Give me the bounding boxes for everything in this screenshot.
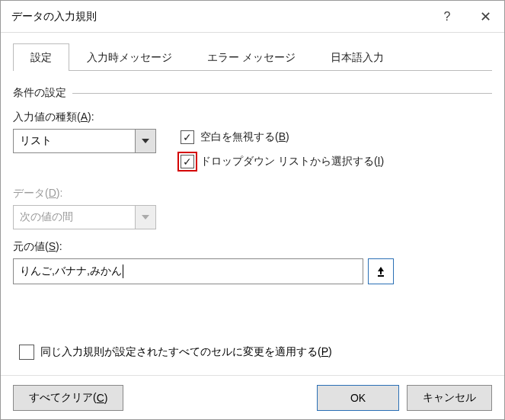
source-label: 元の値(S): [13, 240, 492, 254]
window-title: データの入力規則 [11, 10, 428, 24]
chevron-down-icon [142, 215, 149, 220]
close-button[interactable]: ✕ [466, 1, 504, 33]
dialog-footer: すべてクリア(C) OK キャンセル [1, 375, 504, 419]
cancel-button[interactable]: キャンセル [407, 385, 492, 411]
checkbox-icon: ✓ [181, 155, 194, 168]
tab-input-message[interactable]: 入力時メッセージ [69, 43, 190, 71]
tab-strip: 設定 入力時メッセージ エラー メッセージ 日本語入力 [13, 43, 492, 71]
title-bar: データの入力規則 ? ✕ [1, 1, 504, 33]
tab-error-alert[interactable]: エラー メッセージ [190, 43, 313, 71]
apply-all-label: 同じ入力規則が設定されたすべてのセルに変更を適用する(P) [40, 345, 332, 359]
help-button[interactable]: ? [428, 1, 466, 33]
allow-combo[interactable]: リスト [13, 129, 156, 153]
checkbox-icon [19, 345, 34, 360]
criteria-section: 条件の設定 入力値の種類(A): リスト ✓ 空白を無視する(B) [13, 86, 492, 284]
range-picker-button[interactable] [368, 258, 394, 284]
section-divider [72, 93, 492, 94]
checkbox-icon: ✓ [181, 130, 194, 144]
dialog-window: データの入力規則 ? ✕ 設定 入力時メッセージ エラー メッセージ 日本語入力… [0, 0, 505, 420]
data-combo: 次の値の間 [13, 205, 156, 229]
tab-settings[interactable]: 設定 [13, 43, 69, 71]
section-title: 条件の設定 [13, 86, 492, 100]
range-picker-icon [376, 265, 386, 277]
apply-all-checkbox[interactable]: 同じ入力規則が設定されたすべてのセルに変更を適用する(P) [19, 345, 332, 360]
dialog-body: 設定 入力時メッセージ エラー メッセージ 日本語入力 条件の設定 入力値の種類… [1, 33, 504, 284]
data-dropdown-button [135, 205, 156, 229]
svg-rect-0 [378, 275, 384, 277]
clear-all-button[interactable]: すべてクリア(C) [13, 385, 123, 411]
text-caret [123, 265, 123, 278]
ok-button[interactable]: OK [317, 385, 399, 411]
data-value: 次の値の間 [13, 205, 135, 229]
tab-ime-mode[interactable]: 日本語入力 [313, 43, 401, 71]
source-input[interactable]: りんご,バナナ,みかん [13, 258, 363, 284]
ignore-blank-label: 空白を無視する(B) [200, 130, 289, 144]
allow-label: 入力値の種類(A): [13, 111, 173, 124]
ignore-blank-checkbox[interactable]: ✓ 空白を無視する(B) [181, 130, 492, 144]
allow-value: リスト [13, 129, 135, 153]
source-value: りんご,バナナ,みかん [20, 265, 122, 278]
allow-dropdown-button[interactable] [135, 129, 156, 153]
chevron-down-icon [142, 139, 149, 143]
in-cell-dropdown-label: ドロップダウン リストから選択する(I) [200, 155, 384, 168]
section-title-text: 条件の設定 [13, 86, 66, 100]
data-label: データ(D): [13, 187, 492, 200]
in-cell-dropdown-checkbox[interactable]: ✓ ドロップダウン リストから選択する(I) [181, 155, 492, 168]
